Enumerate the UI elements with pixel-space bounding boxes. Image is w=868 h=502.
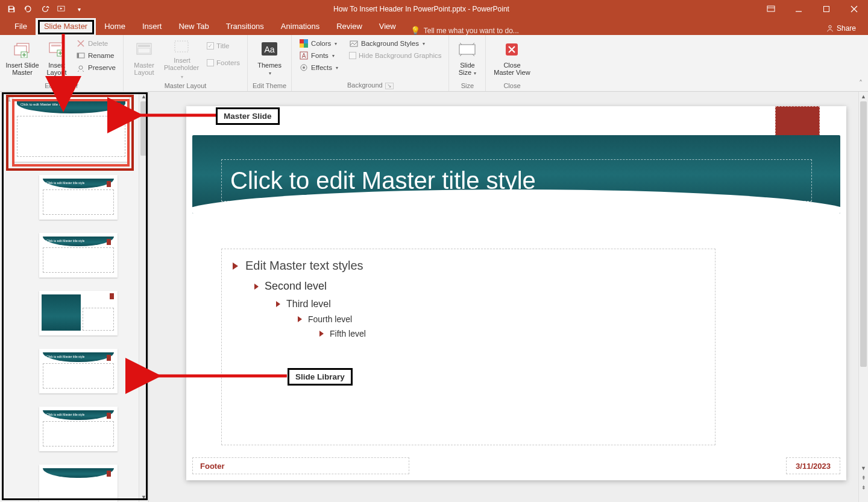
svg-rect-22 [304,43,308,48]
master-layout-label: Master Layout [134,62,154,76]
master-layout-icon [134,40,154,59]
ribbon-display-options-icon[interactable] [757,0,785,18]
body-level-4: Fourth level [298,314,704,324]
date-placeholder[interactable]: 3/11/2023 [786,457,840,474]
tab-home[interactable]: Home [96,18,134,35]
share-button[interactable]: Share [820,22,862,35]
scrollbar-thumb[interactable] [860,101,867,367]
lightbulb-icon: 💡 [410,26,420,35]
minimize-button[interactable] [785,0,813,18]
body-level-2: Second level [254,280,704,293]
tab-animations[interactable]: Animations [272,18,328,35]
background-launcher-icon[interactable]: ↘ [385,83,394,89]
undo-icon[interactable] [22,2,35,16]
svg-rect-28 [459,45,475,54]
svg-rect-2 [824,7,829,12]
background-styles-icon [349,39,359,48]
edit-scrollbar[interactable]: ▲ ▼ ⇞ ⇟ [858,92,868,502]
group-label-edit-master: Edit Master [45,81,78,91]
footers-checkbox[interactable]: Footers [204,57,242,69]
svg-point-3 [829,25,831,28]
scroll-up-icon[interactable]: ▲ [859,92,868,101]
preserve-button[interactable]: Preserve [74,62,118,74]
tab-transitions[interactable]: Transitions [218,18,272,35]
tab-view[interactable]: View [371,18,404,35]
thumbnail-pane[interactable]: 1 Click to edit Master title style Click… [0,92,149,502]
group-background: Colors▾ A Fonts▾ Effects▾ Background Sty… [292,35,449,91]
bullet-icon [319,331,324,337]
ribbon-tabs: File Slide Master Home Insert New Tab Tr… [0,18,868,35]
fonts-button[interactable]: A Fonts▾ [297,49,341,62]
background-styles-button[interactable]: Background Styles▾ [347,37,444,49]
group-label-master-layout: Master Layout [165,81,207,91]
master-slide-canvas[interactable]: ‹#› Click to edit Master title style Edi… [186,106,846,480]
start-from-beginning-icon[interactable] [55,2,69,16]
footer-placeholder[interactable]: Footer [192,457,409,474]
group-label-edit-theme: Edit Theme [253,81,286,91]
hide-background-checkbox[interactable]: Hide Background Graphics [347,49,444,62]
insert-slide-master-button[interactable]: Insert Slide Master [5,37,40,80]
maximize-button[interactable] [813,0,840,18]
rename-button[interactable]: Rename [74,49,118,62]
svg-rect-16 [175,41,188,52]
colors-button[interactable]: Colors▾ [297,37,341,49]
master-slide-thumbnail[interactable]: 1 Click to edit Master title style [13,97,129,162]
redo-icon[interactable] [39,2,52,16]
themes-button[interactable]: Aa Themes▾ [253,37,286,80]
thumbnail-scrollbar[interactable]: ▲ ▼ [139,92,148,502]
save-icon[interactable] [5,2,18,16]
insert-layout-button[interactable]: Insert Layout [42,37,71,80]
checkbox-icon [349,52,356,59]
tab-slide-master[interactable]: Slide Master [36,18,96,35]
scroll-down-icon[interactable]: ▼ [859,463,868,473]
effects-button[interactable]: Effects▾ [297,62,341,74]
effects-label: Effects [311,64,332,71]
tab-review[interactable]: Review [328,18,371,35]
previous-slide-icon[interactable]: ⇞ [859,473,868,483]
tab-new-tab[interactable]: New Tab [170,18,217,35]
layout-thumbnail[interactable]: Click to edit Master title style [39,349,118,393]
scroll-up-icon[interactable]: ▲ [139,92,148,101]
effects-icon [299,63,309,72]
layout-thumbnail[interactable] [39,291,118,335]
fonts-icon: A [299,51,309,60]
title-placeholder[interactable]: Click to edit Master title style [221,159,812,202]
scroll-down-icon[interactable]: ▼ [139,492,148,502]
next-slide-icon[interactable]: ⇟ [859,483,868,492]
insert-slide-master-label: Insert Slide Master [5,62,39,76]
layout-thumbnail[interactable] [39,465,118,502]
group-size: Slide Size ▾ Size [449,35,486,91]
collapse-ribbon-button[interactable]: ˄ [854,35,868,91]
thumb-body [17,116,125,157]
slide-size-button[interactable]: Slide Size ▾ [454,37,480,80]
share-icon [826,24,834,33]
title-checkbox-label: Title [216,42,229,49]
slide-edit-area[interactable]: ‹#› Click to edit Master title style Edi… [149,92,868,502]
themes-label: Themes [257,62,281,69]
svg-rect-14 [138,45,150,47]
tab-file[interactable]: File [6,18,36,35]
delete-button[interactable]: Delete [74,37,118,49]
close-master-view-button[interactable]: Close Master View [491,37,533,80]
close-window-button[interactable] [840,0,868,18]
insert-placeholder-button[interactable]: Insert Placeholder ▾ [162,37,202,80]
layout-thumbnail[interactable]: Click to edit Master title style [39,407,118,451]
checkbox-icon [207,59,214,66]
tell-me-search[interactable]: 💡 Tell me what you want to do... [410,26,519,35]
bullet-icon [254,284,259,290]
bullet-icon [233,262,238,270]
group-master-layout: Master Layout Insert Placeholder ▾ ✓ Tit… [124,35,248,91]
layout-thumbnail[interactable]: Click to edit Master title style [39,175,118,220]
title-checkbox[interactable]: ✓ Title [204,40,242,52]
master-layout-button[interactable]: Master Layout [128,37,160,80]
layout-thumbnail[interactable]: Click to edit Master title style [39,233,118,278]
qat-more-icon[interactable]: ▾ [72,2,86,16]
share-label: Share [837,24,856,33]
slide-size-icon [458,40,477,59]
tab-insert[interactable]: Insert [134,18,171,35]
scrollbar-thumb[interactable] [140,101,147,156]
footers-checkbox-label: Footers [216,59,240,66]
insert-layout-icon [47,40,66,59]
body-placeholder[interactable]: Edit Master text styles Second level Thi… [221,249,715,445]
colors-icon [299,39,309,48]
